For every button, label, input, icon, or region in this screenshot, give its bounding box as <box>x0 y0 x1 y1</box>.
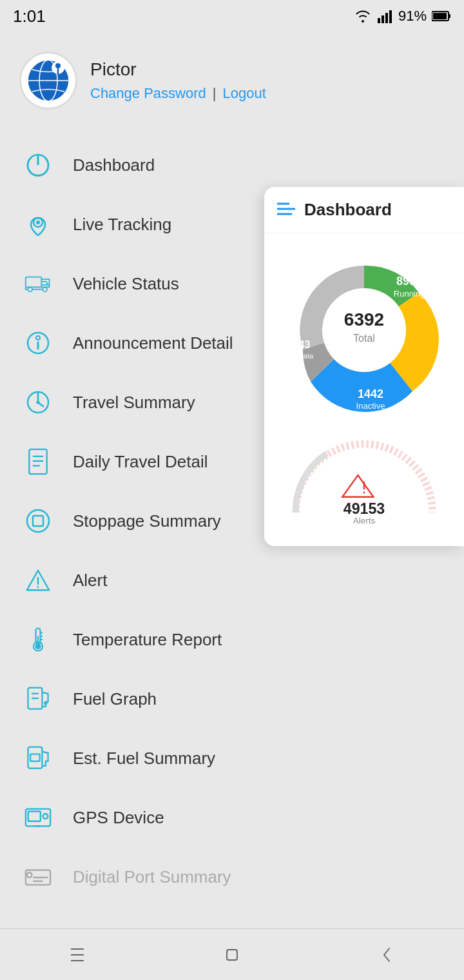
svg-point-22 <box>37 401 40 404</box>
sidebar-item-label: Announcement Detail <box>73 333 233 353</box>
svg-point-45 <box>43 814 48 819</box>
svg-text:Alerts: Alerts <box>353 516 376 525</box>
gauge-container: 49153 Alerts <box>271 417 458 540</box>
fuel2-icon <box>23 743 53 774</box>
svg-text:Inactive: Inactive <box>356 401 385 411</box>
signal-icon <box>376 9 393 23</box>
svg-text:899: 899 <box>396 275 416 288</box>
svg-rect-0 <box>378 18 380 23</box>
svg-point-48 <box>27 872 32 877</box>
svg-text:No Data: No Data <box>287 352 314 360</box>
dashboard-panel: Dashboard 6392 <box>264 187 464 546</box>
gauge-chart: 49153 Alerts <box>277 424 451 527</box>
svg-text:Total: Total <box>353 333 375 344</box>
svg-point-70 <box>363 492 365 494</box>
status-icons: 91% <box>354 8 451 24</box>
sidebar-item-label: Live Tracking <box>73 215 171 235</box>
svg-text:6392: 6392 <box>344 309 384 329</box>
svg-point-27 <box>27 510 49 532</box>
sidebar-item-label: Fuel Graph <box>73 689 157 709</box>
sidebar-item-alert[interactable]: Alert <box>0 551 464 610</box>
announce-icon <box>23 328 53 358</box>
svg-point-20 <box>36 336 40 340</box>
battery-text: 91% <box>398 8 427 24</box>
sidebar-item-digital-port-summary[interactable]: Digital Port Summary <box>0 847 464 906</box>
change-password-link[interactable]: Change Password <box>90 85 206 102</box>
sidebar-item-temperature-report[interactable]: Temperature Report <box>0 610 464 669</box>
menu-icon[interactable] <box>277 202 295 219</box>
svg-rect-1 <box>382 15 384 23</box>
document-icon <box>23 446 53 477</box>
sidebar-item-label: Travel Summary <box>73 393 195 413</box>
svg-rect-44 <box>28 811 41 821</box>
alert-icon <box>23 565 53 596</box>
svg-point-33 <box>36 644 41 649</box>
sidebar-item-label: Digital Port Summary <box>73 867 231 887</box>
svg-rect-16 <box>26 277 42 288</box>
power-icon <box>23 150 53 181</box>
fuel-icon <box>23 683 53 714</box>
profile-name: Pictor <box>90 59 266 80</box>
temperature-icon <box>23 624 53 655</box>
sidebar-item-label: Vehicle Status <box>73 274 179 294</box>
svg-point-12 <box>55 63 61 68</box>
svg-text:49153: 49153 <box>343 500 385 517</box>
gps-icon <box>23 802 53 833</box>
profile-section: Pictor Change Password | Logout <box>0 32 464 129</box>
sidebar-item-gps-device[interactable]: GPS Device <box>0 788 464 847</box>
sidebar-item-est-fuel-summary[interactable]: Est. Fuel Summary <box>0 729 464 788</box>
chart-container: 6392 Total 899 Running 143 No Data 1442 … <box>271 240 458 417</box>
status-bar: 1:01 91% <box>0 0 464 32</box>
sidebar-item-dashboard[interactable]: Dashboard <box>0 135 464 195</box>
recent-button[interactable] <box>52 936 103 974</box>
svg-rect-76 <box>227 950 237 960</box>
sidebar-item-fuel-graph[interactable]: Fuel Graph <box>0 669 464 729</box>
sidebar-item-label: Daily Travel Detail <box>73 452 208 472</box>
bottom-nav <box>0 928 464 980</box>
svg-point-17 <box>28 287 32 291</box>
sidebar-item-label: GPS Device <box>73 808 164 828</box>
svg-rect-5 <box>449 14 450 18</box>
svg-point-60 <box>322 288 406 372</box>
sidebar-item-label: Alert <box>73 571 107 591</box>
port-icon <box>23 861 53 892</box>
sidebar-item-label: Temperature Report <box>73 630 222 650</box>
svg-point-15 <box>36 220 40 224</box>
svg-text:Running: Running <box>394 289 425 299</box>
home-button[interactable] <box>206 936 258 974</box>
svg-rect-3 <box>389 10 392 23</box>
back-button[interactable] <box>361 936 412 974</box>
link-divider: | <box>213 85 217 102</box>
donut-chart: 6392 Total 899 Running 143 No Data 1442 … <box>271 246 458 414</box>
avatar <box>19 52 77 110</box>
logout-link[interactable]: Logout <box>223 85 266 102</box>
status-time: 1:01 <box>13 6 46 26</box>
svg-point-18 <box>43 287 47 291</box>
profile-info: Pictor Change Password | Logout <box>90 59 266 102</box>
svg-rect-28 <box>33 516 43 526</box>
svg-rect-42 <box>30 754 40 761</box>
travel-summary-icon <box>23 387 53 418</box>
svg-text:1442: 1442 <box>358 387 383 400</box>
svg-point-30 <box>37 586 39 588</box>
dashboard-header: Dashboard <box>264 187 464 233</box>
dashboard-title: Dashboard <box>304 200 392 220</box>
sidebar-item-label: Est. Fuel Summary <box>73 749 215 769</box>
globe-icon <box>26 58 71 103</box>
sidebar-item-label: Dashboard <box>73 155 155 175</box>
dashboard-content: 6392 Total 899 Running 143 No Data 1442 … <box>264 233 464 546</box>
svg-rect-6 <box>433 13 447 19</box>
battery-icon <box>432 10 451 22</box>
wifi-icon <box>354 9 371 23</box>
profile-links: Change Password | Logout <box>90 85 266 102</box>
stop-icon <box>23 505 53 536</box>
svg-text:143: 143 <box>293 339 311 350</box>
sidebar-item-label: Stoppage Summary <box>73 511 221 531</box>
svg-rect-2 <box>385 13 388 23</box>
truck-icon <box>23 268 53 299</box>
location-icon <box>23 209 53 240</box>
